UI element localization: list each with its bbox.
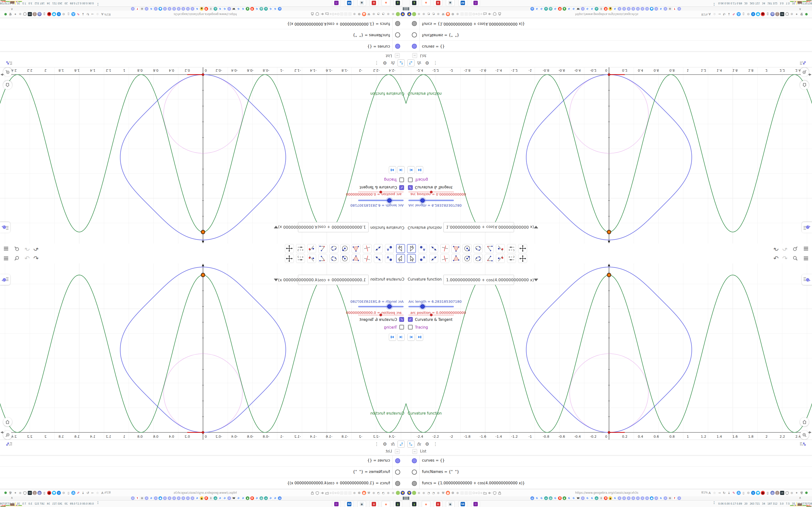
gauge-icon[interactable]: ◔	[432, 12, 436, 16]
teal-site-icon[interactable]: ◍	[260, 7, 263, 11]
download-icon[interactable]: ↓	[727, 491, 731, 495]
gear-icon[interactable]: ⚙	[746, 491, 750, 495]
trash-icon[interactable]: ▯	[42, 12, 46, 16]
google-icon[interactable]: G	[269, 7, 272, 11]
conic-tool[interactable]	[329, 244, 338, 253]
settings-red-icon[interactable]: ⚙	[369, 0, 378, 6]
search-icon[interactable]	[13, 255, 20, 262]
line-tool[interactable]	[429, 244, 438, 253]
media-player-icon[interactable]: ▮	[410, 501, 418, 507]
firefox-icon[interactable]: ◉	[446, 12, 450, 16]
pen-icon[interactable]: ✎	[76, 491, 80, 495]
more-options-icon[interactable]: ⋮	[373, 441, 380, 447]
firefox-icon[interactable]: ◉	[446, 491, 450, 495]
flower-icon[interactable]: ✳	[677, 496, 681, 500]
redo-icon[interactable]: ↷	[23, 245, 31, 252]
flower-icon[interactable]: ✳	[654, 496, 658, 500]
back-arrow-icon[interactable]	[320, 12, 324, 16]
angle-tool[interactable]	[485, 254, 494, 263]
f-red-icon[interactable]: f	[673, 496, 676, 500]
flower-icon[interactable]: ✳	[664, 7, 667, 11]
teal-site-icon[interactable]: ◍	[549, 7, 552, 11]
home-button[interactable]	[800, 80, 809, 90]
google-icon[interactable]: G	[269, 496, 272, 500]
list-group-header[interactable]: − List	[406, 448, 812, 455]
google-icon[interactable]: G	[613, 7, 617, 11]
move-tool[interactable]	[407, 244, 416, 253]
slider-tool[interactable]: a = 2	[296, 254, 305, 263]
more-options-icon[interactable]: ⋮	[432, 60, 439, 66]
photos-icon[interactable]: ▲	[200, 7, 203, 11]
plot-canvas[interactable]: -2.4-2.2-2-1.8-1.6-1.4-1.2-1-0.8-0.6-0.4…	[0, 67, 406, 243]
translate-icon[interactable]: A	[100, 491, 104, 495]
photos-icon[interactable]: ▲	[200, 496, 203, 500]
fx-button[interactable]: fx	[416, 441, 422, 447]
capsule-icon[interactable]: ▯	[66, 491, 70, 495]
settings-red-icon[interactable]: ⚙	[369, 501, 378, 507]
funcnames-row[interactable]: funcNames = {" "}	[406, 29, 812, 41]
gear-icon[interactable]: ⚙	[382, 441, 388, 447]
globe-icon[interactable]: ⊕	[790, 12, 794, 16]
shield-down-icon[interactable]: ▼	[52, 12, 56, 16]
lock-icon[interactable]	[311, 491, 315, 495]
teal-site-icon[interactable]: ◍	[264, 7, 268, 11]
google-icon[interactable]: G	[540, 7, 543, 11]
shield2-icon[interactable]	[23, 12, 27, 16]
curvature-tangent-checkbox[interactable]: ✓	[399, 317, 404, 322]
line-tool[interactable]	[374, 254, 383, 263]
f-red-icon[interactable]: f	[136, 496, 139, 500]
yandex-icon[interactable]: Я	[604, 496, 608, 500]
angle-tool[interactable]	[318, 244, 327, 253]
globe-icon[interactable]: ⊕	[18, 491, 22, 495]
google-icon[interactable]: G	[659, 496, 663, 500]
folder-icon[interactable]	[325, 12, 329, 16]
google-icon[interactable]: G	[255, 7, 259, 11]
screenshot-icon[interactable]: ▣	[357, 501, 366, 507]
flower-icon[interactable]: ✳	[664, 496, 667, 500]
gear-icon[interactable]: ⚙	[357, 12, 361, 16]
arc-position-slider[interactable]	[358, 192, 404, 192]
google-icon[interactable]: G	[218, 496, 222, 500]
circle-tool[interactable]	[463, 254, 471, 263]
gear-icon[interactable]: ⚙	[382, 60, 388, 66]
shield-icon[interactable]	[493, 12, 497, 16]
green-dot-icon[interactable]	[412, 12, 416, 16]
google-icon[interactable]: G	[535, 7, 539, 11]
gear-icon[interactable]: ⚙	[451, 491, 455, 495]
ublock-icon[interactable]: UD	[780, 491, 784, 495]
wikipedia-icon[interactable]: W	[576, 496, 580, 500]
ublock-icon[interactable]: UD	[780, 12, 784, 16]
trash-icon[interactable]: ▯	[766, 491, 770, 495]
flower-icon[interactable]: ✳	[131, 7, 135, 11]
google-icon[interactable]: G	[567, 496, 571, 500]
undo-icon[interactable]: ↶	[772, 255, 779, 262]
floppy64-icon[interactable]: 64	[458, 0, 467, 6]
flower-icon[interactable]: ✳	[186, 7, 190, 11]
angle-tool[interactable]	[318, 254, 327, 263]
menu-icon[interactable]	[2, 245, 10, 252]
folder-icon[interactable]	[325, 491, 329, 495]
visibility-toggle[interactable]	[412, 44, 417, 49]
lock-icon[interactable]	[497, 491, 501, 495]
flower-icon[interactable]: ✳	[645, 7, 649, 11]
pen-icon[interactable]: ✎	[732, 491, 736, 495]
curves-row[interactable]: curves = {}	[0, 455, 406, 467]
google-icon[interactable]: G	[540, 496, 543, 500]
move-graphics-tool[interactable]	[285, 254, 294, 263]
curvature-tangent-checkbox[interactable]: ✓	[408, 185, 413, 190]
bin-icon[interactable]: ▯	[775, 491, 779, 495]
star-icon[interactable]: ☆	[712, 12, 717, 16]
skip-start-button[interactable]	[397, 333, 405, 341]
flower-icon[interactable]: ✳	[163, 7, 167, 11]
move-tool[interactable]	[396, 254, 405, 263]
teal-site-icon[interactable]: ◍	[549, 496, 552, 500]
conic-tool[interactable]	[474, 254, 483, 263]
visibility-toggle[interactable]	[395, 481, 400, 486]
flower-icon[interactable]: ✳	[631, 7, 635, 11]
gauge-icon[interactable]: ◔	[432, 491, 436, 495]
google-icon[interactable]: G	[237, 496, 240, 500]
google-icon[interactable]: G	[586, 7, 589, 11]
home-button[interactable]	[800, 417, 809, 427]
circle-tool[interactable]	[341, 254, 349, 263]
info-icon[interactable]: i	[209, 496, 213, 500]
